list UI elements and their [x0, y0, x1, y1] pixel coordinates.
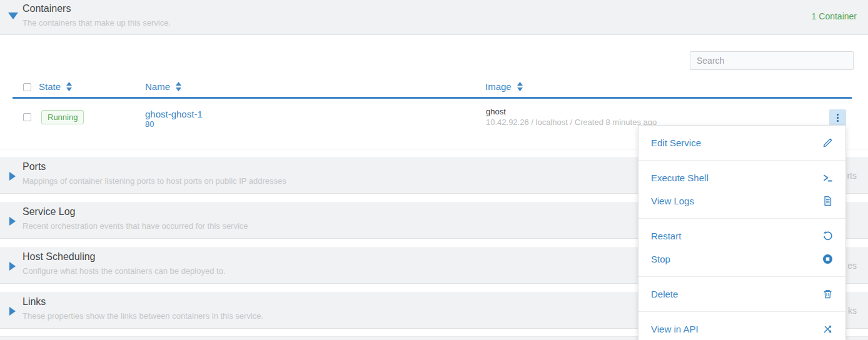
kebab-menu-icon	[837, 117, 839, 119]
sort-icon	[517, 82, 523, 91]
containers-section-title: Containers	[23, 3, 71, 14]
section-title: Host Scheduling	[23, 251, 96, 262]
containers-section-subtitle: The containers that make up this service…	[23, 18, 171, 28]
column-header-name[interactable]: Name	[145, 81, 182, 92]
kebab-menu-icon	[837, 120, 839, 122]
stop-icon	[822, 254, 833, 264]
external-link-icon	[822, 324, 833, 334]
row-checkbox[interactable]	[23, 113, 31, 121]
expand-caret-icon[interactable]	[9, 172, 16, 181]
row-actions-menu: Edit Service Execute Shell View Logs	[638, 125, 846, 340]
container-count-badge: 1 Container	[812, 11, 857, 21]
menu-item-label: Restart	[651, 231, 681, 241]
file-text-icon	[822, 196, 833, 206]
row-actions-button[interactable]	[829, 109, 846, 126]
image-details: 10.42.92.26 / localhost / Created 8 minu…	[486, 118, 657, 127]
select-all-checkbox[interactable]	[23, 83, 31, 91]
column-header-label: State	[39, 81, 61, 92]
menu-item-execute-shell[interactable]: Execute Shell	[638, 166, 845, 189]
expand-caret-icon[interactable]	[9, 307, 16, 316]
menu-item-view-logs[interactable]: View Logs	[638, 189, 845, 212]
menu-item-label: Execute Shell	[651, 172, 709, 183]
ports-count-fragment: rts	[847, 171, 857, 181]
sort-icon	[66, 82, 73, 91]
column-header-label: Image	[485, 81, 512, 92]
container-name-link[interactable]: ghost-ghost-1	[145, 109, 203, 119]
menu-item-label: Stop	[651, 254, 670, 264]
expand-caret-icon[interactable]	[9, 262, 16, 271]
section-description: These properties show the links between …	[23, 311, 263, 321]
menu-item-stop[interactable]: Stop	[638, 248, 845, 271]
collapse-caret-icon[interactable]	[8, 12, 18, 19]
column-header-state[interactable]: State	[39, 81, 73, 92]
menu-item-delete[interactable]: Delete	[638, 282, 845, 306]
menu-item-label: Delete	[651, 289, 678, 299]
containers-section-header: Containers The containers that make up t…	[0, 0, 868, 35]
links-count-fragment: ks	[848, 306, 857, 316]
kebab-menu-icon	[837, 114, 839, 116]
table-header-underline	[13, 97, 852, 99]
section-description: Recent orchestration events that have oc…	[23, 221, 248, 231]
service-detail-page: Containers The containers that make up t…	[0, 0, 868, 340]
column-header-label: Name	[145, 81, 170, 92]
sort-icon	[175, 82, 182, 91]
section-description: Mappings of container listening ports to…	[23, 176, 286, 186]
section-title: Ports	[23, 161, 46, 172]
section-title: Links	[23, 296, 46, 308]
expand-caret-icon[interactable]	[9, 217, 16, 226]
menu-item-label: View Logs	[651, 196, 694, 206]
menu-item-edit-service[interactable]: Edit Service	[638, 131, 845, 154]
section-description: Configure what hosts the containers can …	[23, 266, 226, 276]
restart-icon	[822, 231, 833, 241]
container-port-link[interactable]: 80	[145, 119, 154, 129]
trash-icon	[822, 289, 833, 299]
section-title: Service Log	[23, 206, 76, 218]
menu-item-label: Edit Service	[651, 138, 701, 148]
image-name: ghost	[486, 107, 506, 116]
status-badge: Running	[41, 110, 84, 124]
search-input[interactable]	[690, 51, 854, 70]
column-header-image[interactable]: Image	[485, 81, 523, 92]
rules-count-fragment: es	[847, 261, 857, 271]
menu-item-label: View in API	[651, 324, 699, 334]
menu-item-restart[interactable]: Restart	[638, 224, 845, 248]
menu-item-view-in-api[interactable]: View in API	[638, 318, 845, 340]
pencil-icon	[822, 138, 833, 148]
terminal-icon	[822, 172, 833, 183]
